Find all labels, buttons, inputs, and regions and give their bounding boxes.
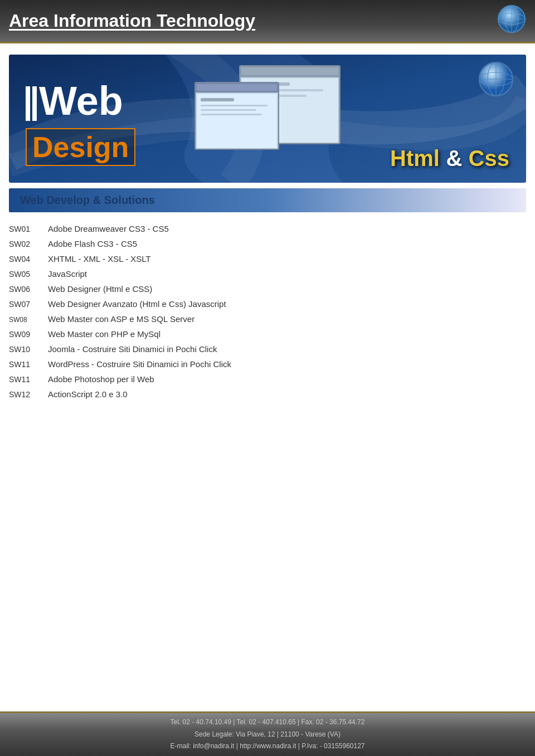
course-item: SW04XHTML - XML - XSL - XSLT (9, 251, 526, 266)
course-code: SW06 (9, 285, 48, 294)
course-name: Web Master con ASP e MS SQL Server (48, 314, 526, 324)
svg-rect-19 (201, 105, 268, 106)
banner-web-design-text: Web Design (26, 81, 135, 166)
course-code: SW01 (9, 225, 48, 233)
course-item: SW10Joomla - Costruire Siti Dinamici in … (9, 342, 526, 357)
footer-contact-info: Tel. 02 - 40.74.10.49 | Tel. 02 - 407.41… (170, 716, 364, 753)
banner-screens (167, 60, 368, 172)
course-name: JavaScript (48, 269, 526, 279)
course-item: SW05JavaScript (9, 266, 526, 281)
course-name: Joomla - Costruire Siti Dinamici in Poch… (48, 344, 526, 354)
course-item: SW02Adobe Flash CS3 - CS5 (9, 236, 526, 251)
footer-line2: Sede Legale: Via Piave, 12 | 21100 - Var… (170, 729, 364, 741)
course-code: SW11 (9, 375, 48, 384)
screen-mockup-icon (167, 60, 368, 172)
course-code: SW10 (9, 345, 48, 354)
course-code: SW12 (9, 390, 48, 399)
course-name: Adobe Flash CS3 - CS5 (48, 239, 526, 248)
svg-rect-9 (241, 67, 338, 75)
banner-globe-icon (477, 60, 515, 98)
course-item: SW06Web Designer (Html e CSS) (9, 281, 526, 296)
course-name: Web Master con PHP e MySql (48, 329, 526, 339)
course-name: ActionScript 2.0 e 3.0 (48, 389, 526, 399)
course-list: SW01Adobe Dreamweaver CS3 - CS5SW02Adobe… (9, 221, 526, 402)
course-code: SW08 (9, 316, 48, 324)
course-code: SW04 (9, 255, 48, 264)
course-item: SW08Web Master con ASP e MS SQL Server (9, 311, 526, 326)
banner-html-css-text: Html & Css (390, 145, 509, 172)
svg-rect-18 (201, 98, 234, 101)
html-css-label: Html & Css (390, 145, 509, 172)
section-title: Web Develop & Solutions (20, 194, 155, 206)
banner-section: Web Design Html & Css (9, 55, 526, 183)
svg-rect-17 (197, 94, 277, 148)
course-code: SW02 (9, 240, 48, 248)
course-name: Adobe Dreamweaver CS3 - CS5 (48, 224, 526, 233)
course-item: SW11Adobe Photoshop per il Web (9, 372, 526, 387)
course-item: SW09Web Master con PHP e MySql (9, 326, 526, 342)
footer-line3: E-mail: info@nadira.it | http://www.nadi… (170, 740, 364, 753)
course-item: SW01Adobe Dreamweaver CS3 - CS5 (9, 221, 526, 236)
course-code: SW07 (9, 300, 48, 309)
course-name: Adobe Photoshop per il Web (48, 374, 526, 384)
course-name: WordPress - Costruire Siti Dinamici in P… (48, 359, 526, 369)
course-code: SW05 (9, 270, 48, 279)
banner-web-label: Web (26, 81, 135, 127)
page-title: Area Information Technology (9, 11, 255, 31)
banner-design-label: Design (26, 128, 135, 166)
course-name: Web Designer Avanzato (Html e Css) Javas… (48, 299, 526, 309)
svg-rect-21 (201, 114, 262, 115)
course-item: SW11WordPress - Costruire Siti Dinamici … (9, 357, 526, 372)
course-code: SW11 (9, 360, 48, 369)
svg-rect-20 (201, 109, 256, 111)
footer-line1: Tel. 02 - 40.74.10.49 | Tel. 02 - 407.41… (170, 716, 364, 729)
page-footer: Tel. 02 - 40.74.10.49 | Tel. 02 - 407.41… (0, 711, 535, 756)
course-item: SW07Web Designer Avanzato (Html e Css) J… (9, 296, 526, 311)
svg-rect-16 (197, 84, 277, 91)
course-name: XHTML - XML - XSL - XSLT (48, 254, 526, 264)
course-item: SW12ActionScript 2.0 e 3.0 (9, 387, 526, 402)
course-code: SW09 (9, 330, 48, 339)
header-globe-icon (497, 4, 526, 33)
section-title-bar: Web Develop & Solutions (9, 188, 526, 212)
course-name: Web Designer (Html e CSS) (48, 284, 526, 294)
page-header: Area Information Technology (0, 0, 535, 43)
